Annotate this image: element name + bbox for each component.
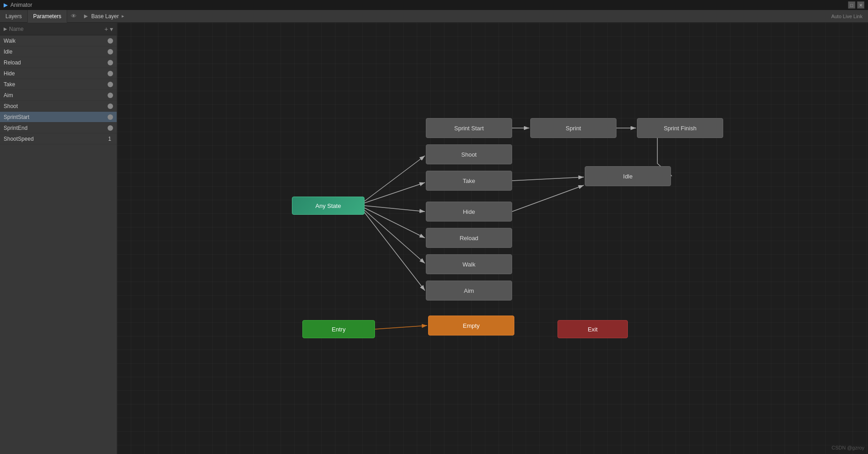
close-button[interactable]: ✕: [857, 1, 864, 9]
search-input[interactable]: [9, 26, 104, 32]
bool-indicator: [108, 114, 113, 120]
param-hide[interactable]: Hide: [0, 68, 117, 79]
node-exit[interactable]: Exit: [557, 320, 628, 338]
node-hide[interactable]: Hide: [426, 202, 512, 222]
param-idle[interactable]: Idle: [0, 46, 117, 57]
node-sprint[interactable]: Sprint: [530, 118, 616, 138]
tab-parameters[interactable]: Parameters: [28, 10, 67, 23]
param-sprintstart[interactable]: SprintStart: [0, 112, 117, 123]
sidebar-search-bar: ▶ + ▾: [0, 23, 117, 35]
watermark: CSDN @gzroy: [832, 445, 864, 450]
breadcrumb-label: Base Layer: [91, 13, 119, 20]
bool-indicator: [108, 49, 113, 54]
param-reload[interactable]: Reload: [0, 57, 117, 68]
node-empty[interactable]: Empty: [428, 316, 514, 336]
svg-line-11: [375, 326, 427, 329]
node-sprint-start[interactable]: Sprint Start: [426, 118, 512, 138]
window-title: Animator: [10, 2, 32, 8]
node-take[interactable]: Take: [426, 171, 512, 191]
node-sprint-finish[interactable]: Sprint Finish: [637, 118, 723, 138]
breadcrumb-separator: ▶: [84, 13, 88, 19]
node-reload[interactable]: Reload: [426, 228, 512, 248]
param-take[interactable]: Take: [0, 79, 117, 90]
add-parameter-button[interactable]: + ▾: [104, 25, 113, 33]
tab-bar: Layers Parameters 👁 ▶ Base Layer ▸ Auto …: [0, 10, 868, 23]
param-aim[interactable]: Aim: [0, 90, 117, 101]
svg-line-8: [365, 212, 425, 291]
bool-indicator: [108, 60, 113, 65]
animator-icon: ▶: [4, 2, 8, 8]
breadcrumb-arrow: ▸: [122, 13, 124, 19]
breadcrumb: ▶ Base Layer ▸: [77, 13, 831, 20]
bool-indicator: [108, 104, 113, 109]
svg-line-4: [365, 183, 425, 203]
node-aim[interactable]: Aim: [426, 281, 512, 301]
svg-line-9: [512, 177, 584, 181]
window-controls[interactable]: □ ✕: [848, 1, 864, 9]
bool-indicator: [108, 71, 113, 76]
parameter-list: Walk Idle Reload Hide Take Aim: [0, 35, 117, 454]
tab-layers[interactable]: Layers: [0, 10, 28, 23]
eye-icon[interactable]: 👁: [71, 13, 77, 20]
auto-live-link-button[interactable]: Auto Live Link: [831, 14, 863, 19]
param-sprintend[interactable]: SprintEnd: [0, 123, 117, 133]
node-any-state[interactable]: Any State: [292, 197, 365, 215]
sidebar: ▶ + ▾ Walk Idle Reload Hide Take: [0, 23, 117, 454]
bool-indicator: [108, 125, 113, 131]
maximize-button[interactable]: □: [848, 1, 855, 9]
bool-indicator: [108, 38, 113, 44]
bool-indicator: [108, 93, 113, 98]
param-shoot[interactable]: Shoot: [0, 101, 117, 112]
svg-line-7: [365, 210, 425, 263]
param-shootspeed[interactable]: ShootSpeed 1: [0, 133, 117, 144]
search-arrow-icon: ▶: [4, 26, 7, 31]
bool-indicator: [108, 82, 113, 87]
svg-line-5: [365, 206, 425, 212]
node-entry[interactable]: Entry: [302, 320, 375, 338]
node-shoot[interactable]: Shoot: [426, 144, 512, 164]
svg-line-6: [365, 208, 425, 238]
title-bar: ▶ Animator □ ✕: [0, 0, 868, 10]
node-walk[interactable]: Walk: [426, 254, 512, 274]
svg-line-10: [512, 185, 584, 212]
node-idle[interactable]: Idle: [585, 166, 671, 186]
main-layout: ▶ + ▾ Walk Idle Reload Hide Take: [0, 23, 868, 454]
param-walk[interactable]: Walk: [0, 35, 117, 46]
animator-canvas[interactable]: Sprint Start Sprint Sprint Finish Shoot …: [117, 23, 868, 454]
svg-line-3: [365, 156, 425, 201]
